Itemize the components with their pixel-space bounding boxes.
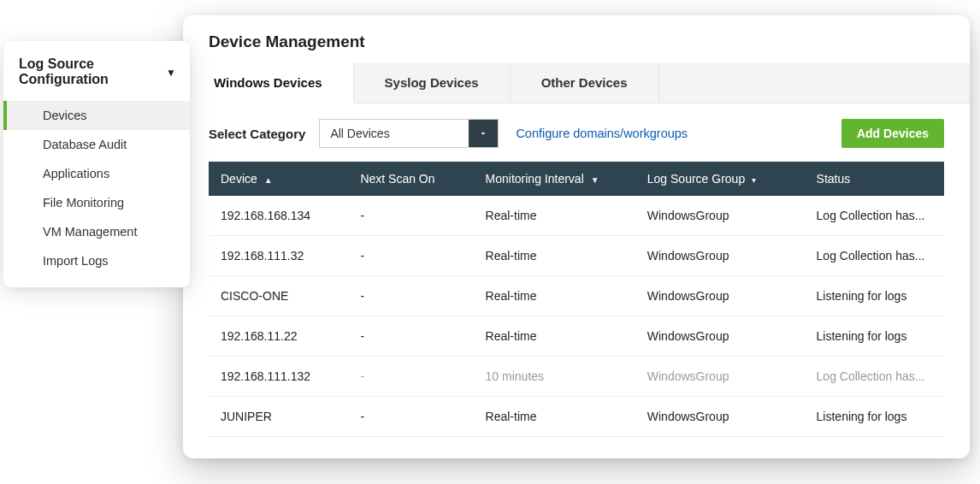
cell-device: 192.168.168.134 (209, 196, 348, 236)
cell-monitoring-interval: Real-time (474, 196, 635, 236)
column-header-device[interactable]: Device ▲ (209, 162, 348, 196)
cell-next-scan: - (348, 316, 473, 357)
column-header-status[interactable]: Status (805, 162, 944, 196)
sidebar-item-import-logs[interactable]: Import Logs (3, 246, 190, 275)
chevron-down-icon (478, 128, 488, 139)
cell-monitoring-interval: Real-time (474, 397, 635, 437)
sidebar-item-label: Applications (43, 167, 109, 180)
cell-status: Listening for logs (805, 397, 944, 437)
cell-device: 192.168.11.22 (209, 316, 348, 357)
tab-syslog-devices[interactable]: Syslog Devices (354, 63, 511, 103)
sidebar-item-label: VM Management (43, 225, 137, 239)
sidebar-item-label: Import Logs (43, 254, 109, 268)
sidebar-item-database-audit[interactable]: Database Audit (3, 130, 190, 159)
category-label: Select Category (209, 127, 305, 141)
cell-log-source-group: WindowsGroup (635, 276, 805, 316)
main-panel: Device Management Windows DevicesSyslog … (183, 15, 970, 458)
cell-device: JUNIPER (209, 397, 348, 437)
sidebar-title-label: Log Source Configuration (19, 56, 161, 87)
tab-label: Other Devices (541, 75, 628, 90)
cell-log-source-group: WindowsGroup (635, 196, 805, 236)
tab-windows-devices[interactable]: Windows Devices (183, 63, 354, 103)
cell-status: Log Collection has... (805, 236, 944, 276)
filter-icon: ▾ (752, 175, 756, 185)
configure-domains-link[interactable]: Configure domains/workgroups (516, 127, 688, 140)
main-header: Device Management (183, 15, 970, 63)
cell-log-source-group: WindowsGroup (635, 236, 805, 276)
caret-down-icon: ▼ (166, 67, 176, 79)
tab-other-devices[interactable]: Other Devices (511, 63, 659, 103)
sort-asc-icon: ▲ (264, 175, 273, 185)
table-row[interactable]: 192.168.168.134-Real-timeWindowsGroupLog… (209, 196, 944, 236)
sidebar-item-file-monitoring[interactable]: File Monitoring (3, 188, 190, 217)
cell-log-source-group: WindowsGroup (635, 357, 805, 397)
cell-log-source-group: WindowsGroup (635, 316, 805, 357)
column-label: Status (817, 172, 851, 186)
column-label: Monitoring Interval (486, 172, 584, 186)
cell-device: 192.168.111.32 (209, 236, 348, 276)
cell-status: Log Collection has... (805, 196, 944, 236)
cell-next-scan: - (348, 236, 473, 276)
table-row[interactable]: 192.168.111.32-Real-timeWindowsGroupLog … (209, 236, 944, 276)
sidebar-item-label: File Monitoring (43, 196, 124, 210)
sidebar-title-dropdown[interactable]: Log Source Configuration ▼ (3, 41, 190, 101)
devices-table: Device ▲ Next Scan On Monitoring Interva… (209, 162, 944, 437)
sidebar-item-devices[interactable]: Devices (3, 101, 190, 130)
sidebar-item-applications[interactable]: Applications (3, 159, 190, 188)
cell-monitoring-interval: Real-time (474, 276, 635, 316)
cell-next-scan: - (348, 196, 473, 236)
cell-log-source-group: WindowsGroup (635, 397, 805, 437)
cell-monitoring-interval: 10 minutes (474, 357, 635, 397)
cell-monitoring-interval: Real-time (474, 316, 635, 357)
column-header-log-source-group[interactable]: Log Source Group ▾ (635, 162, 805, 196)
column-label: Device (221, 172, 257, 186)
column-label: Next Scan On (360, 172, 434, 186)
cell-next-scan: - (348, 357, 473, 397)
column-label: Log Source Group (647, 172, 745, 186)
cell-next-scan: - (348, 276, 473, 316)
table-row[interactable]: 192.168.11.22-Real-timeWindowsGroupListe… (209, 316, 944, 357)
sidebar-item-label: Devices (43, 109, 87, 122)
tabs: Windows DevicesSyslog DevicesOther Devic… (183, 63, 970, 103)
table-row[interactable]: JUNIPER-Real-timeWindowsGroupListening f… (209, 397, 944, 437)
sort-desc-icon: ▼ (591, 175, 599, 185)
category-select[interactable]: All Devices (319, 119, 499, 148)
toolbar: Select Category All Devices Configure do… (183, 103, 970, 162)
table-row[interactable]: 192.168.111.132-10 minutesWindowsGroupLo… (209, 357, 944, 397)
cell-status: Listening for logs (805, 276, 944, 316)
sidebar-item-label: Database Audit (43, 138, 127, 151)
add-devices-button[interactable]: Add Devices (841, 119, 944, 148)
sidebar-item-vm-management[interactable]: VM Management (3, 217, 190, 246)
tab-label: Windows Devices (214, 75, 322, 90)
page-title: Device Management (209, 32, 944, 51)
cell-device: 192.168.111.132 (209, 357, 348, 397)
tab-label: Syslog Devices (385, 75, 479, 90)
table-row[interactable]: CISCO-ONE-Real-timeWindowsGroupListening… (209, 276, 944, 316)
cell-status: Log Collection has... (805, 357, 944, 397)
category-select-toggle[interactable] (469, 120, 498, 147)
cell-monitoring-interval: Real-time (474, 236, 635, 276)
cell-next-scan: - (348, 397, 473, 437)
sidebar: Log Source Configuration ▼ DevicesDataba… (3, 41, 190, 287)
cell-status: Listening for logs (805, 316, 944, 357)
cell-device: CISCO-ONE (209, 276, 348, 316)
category-select-value: All Devices (320, 120, 469, 147)
column-header-monitoring-interval[interactable]: Monitoring Interval ▼ (474, 162, 635, 196)
column-header-next-scan[interactable]: Next Scan On (348, 162, 473, 196)
